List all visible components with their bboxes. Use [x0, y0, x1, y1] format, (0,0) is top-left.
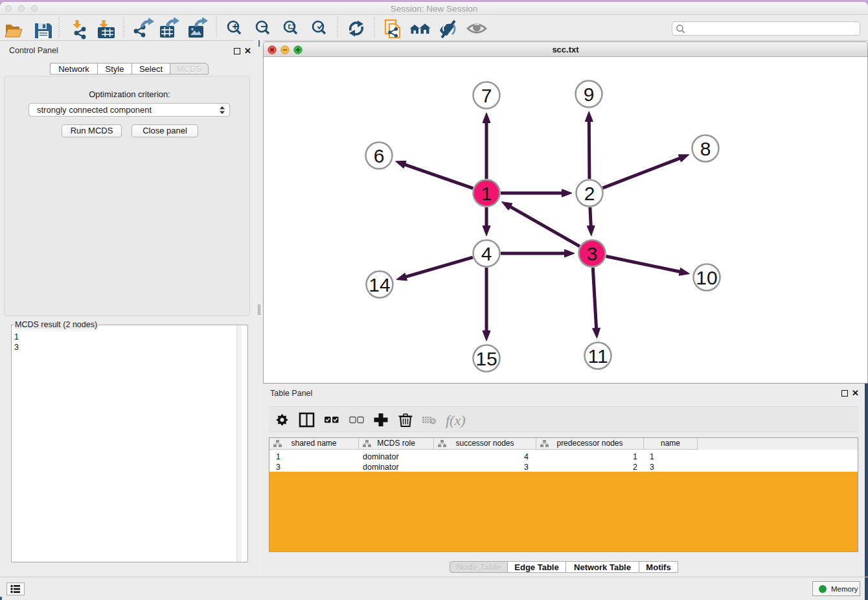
svg-text:6: 6: [374, 145, 385, 167]
svg-text:15: 15: [475, 348, 497, 369]
svg-text:3: 3: [587, 243, 598, 264]
svg-text:2: 2: [584, 183, 595, 204]
svg-text:4: 4: [481, 243, 492, 264]
svg-text:1: 1: [481, 183, 492, 204]
svg-text:9: 9: [584, 84, 595, 105]
svg-text:14: 14: [369, 274, 390, 295]
svg-text:11: 11: [588, 345, 608, 367]
svg-text:10: 10: [696, 267, 717, 288]
svg-text:7: 7: [481, 85, 492, 106]
svg-text:8: 8: [700, 138, 711, 159]
svg-text:f(x): f(x): [446, 412, 466, 428]
